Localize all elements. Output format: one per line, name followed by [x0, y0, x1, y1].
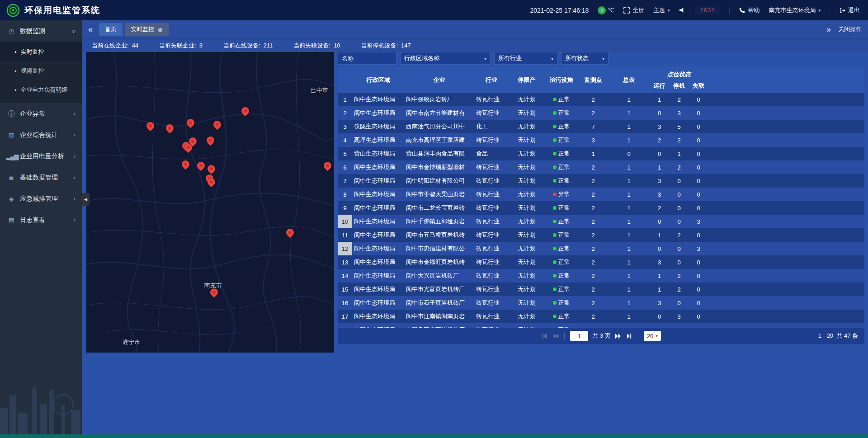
- fullscreen-button[interactable]: 全屏: [623, 6, 644, 14]
- notice-count-badge[interactable]: 2632: [695, 6, 721, 14]
- sidebar-item-data-monitoring[interactable]: ◷数据监测∨: [0, 20, 82, 42]
- stat-item: 当前在线设备:211: [223, 42, 273, 50]
- cell-limit: 无计划: [509, 269, 545, 283]
- table-row[interactable]: 5营山生态环境局营山县润丰肉食品有限食品无计划正常10010: [338, 147, 864, 160]
- cell-running: 3: [649, 255, 670, 269]
- table-row[interactable]: 8阆中生态环境局阆中市枣碧大梁山页岩砖瓦行业无计划异常21300: [338, 188, 864, 201]
- cell-running: 0: [649, 242, 670, 255]
- page-size-select[interactable]: 20 ▾: [644, 331, 661, 341]
- status-dot: [553, 315, 557, 318]
- cell-stopped: 0: [670, 255, 689, 269]
- cell-limit: 无计划: [509, 174, 545, 188]
- table-row[interactable]: 6阆中生态环境局阆中市金博瑞新型墙材砖瓦行业无计划正常21120: [338, 160, 864, 174]
- tab-home[interactable]: 首页: [99, 23, 123, 36]
- last-page-button[interactable]: [626, 333, 632, 339]
- cell-facility: 正常: [545, 93, 578, 106]
- status-filter-select[interactable]: 所有状态 ▾: [561, 52, 609, 65]
- cell-running: 0: [649, 215, 670, 228]
- chevron-down-icon: ▾: [551, 56, 553, 61]
- divider: [729, 7, 730, 14]
- cell-disconnected: 0: [689, 188, 708, 201]
- table-row[interactable]: 4高坪生态环境局南充市高坪区王家店建砖瓦行业无计划正常31220: [338, 133, 864, 147]
- first-page-button[interactable]: [541, 333, 548, 339]
- status-dot: [553, 287, 557, 291]
- next-page-button[interactable]: [615, 333, 622, 339]
- tabs-scroll-right-button[interactable]: »: [826, 25, 831, 33]
- table-row[interactable]: 9阆中生态环境局阆中市二龙长宝页岩砖砖瓦行业无计划正常21200: [338, 201, 864, 215]
- cell-region: 阆中生态环境局: [352, 283, 404, 296]
- cell-running: 1: [649, 160, 670, 174]
- region-filter-select[interactable]: 行政区域名称 ▾: [400, 52, 491, 65]
- row-index: 7: [338, 174, 352, 188]
- prev-page-button[interactable]: [552, 333, 559, 339]
- cell-total-meters: 1: [609, 93, 649, 106]
- table-row[interactable]: 16阆中生态环境局阆中市石子页岩机砖厂砖瓦行业无计划正常21300: [338, 296, 864, 310]
- row-index: 2: [338, 106, 352, 120]
- help-button[interactable]: 帮助: [739, 6, 760, 14]
- cell-facility: 正常: [545, 106, 578, 120]
- tab-close-icon[interactable]: ⊗: [158, 26, 163, 33]
- table-row[interactable]: 11阆中生态环境局阆中市五马桥页岩机砖砖瓦行业无计划正常21120: [338, 228, 864, 242]
- row-index: 17: [338, 310, 352, 323]
- table-row[interactable]: 13阆中生态环境局阆中市金福旺页岩机砖砖瓦行业无计划正常21300: [338, 255, 864, 269]
- org-dropdown[interactable]: 南充市生态环境局 ▾: [769, 6, 821, 14]
- table-row[interactable]: 1阆中生态环境局阆中强锐页岩砖厂砖瓦行业无计划正常21120: [338, 93, 864, 106]
- sidebar-item-log-view[interactable]: ▤日志查看‹: [0, 209, 82, 231]
- cell-region: 阆中生态环境局: [352, 296, 404, 310]
- cell-total-meters: 1: [609, 106, 649, 120]
- app-title: 环保用电监管系统: [24, 5, 100, 16]
- tab-realtime-monitor[interactable]: 实时监控⊗: [125, 23, 169, 36]
- sidebar-item-enterprise-abnormal[interactable]: ⓘ企业异常‹: [0, 103, 82, 124]
- table-row[interactable]: 14阆中生态环境局阆中大兴页岩机砖厂砖瓦行业无计划正常21120: [338, 269, 864, 283]
- sidebar-item-emergency-reduction[interactable]: ◈应急减排管理‹: [0, 188, 82, 209]
- theme-dropdown[interactable]: 主题 ▾: [653, 6, 670, 14]
- sidebar-item-base-data-management[interactable]: ≣基础数据管理‹: [0, 167, 82, 188]
- map[interactable]: 巴中市南充市遂宁市: [86, 52, 334, 353]
- table-row[interactable]: 3仪陇生态环境局西南油气田分公司川中化工无计划正常71350: [338, 120, 864, 133]
- industry-filter-select[interactable]: 所有行业 ▾: [494, 52, 557, 65]
- fullscreen-icon: [623, 7, 630, 14]
- col-points: 监测点: [578, 67, 609, 93]
- table-row[interactable]: 18南部生态环境局南部县双佛页岩机砖厂砖瓦行业无计划正常21030: [338, 323, 864, 328]
- announcement-icon[interactable]: [679, 7, 686, 13]
- cell-limit: 无计划: [509, 215, 545, 228]
- sidebar-subitem-video-monitor[interactable]: •视频监控: [0, 61, 82, 80]
- gauge-icon: ◷: [6, 28, 15, 35]
- close-operations-button[interactable]: 关闭操作: [838, 25, 862, 33]
- sidebar-subitem-realtime-monitor[interactable]: •实时监控: [0, 42, 82, 61]
- sidebar-collapse-button[interactable]: ◀: [82, 193, 90, 206]
- row-index: 15: [338, 283, 352, 296]
- logout-button[interactable]: 退出: [839, 6, 860, 14]
- cell-stopped: 0: [670, 215, 689, 228]
- row-index: 14: [338, 269, 352, 283]
- page-number-input[interactable]: [570, 331, 588, 341]
- cell-region: 阆中生态环境局: [352, 228, 404, 242]
- cell-company: 营山县润丰肉食品有限: [404, 147, 474, 160]
- sidebar-subitem-power-load-detail[interactable]: •企业电力负荷明细: [0, 80, 82, 99]
- table-row[interactable]: 10阆中生态环境局阆中千佛镇五郎垭页岩砖瓦行业无计划正常21003: [338, 215, 864, 228]
- table-row[interactable]: 7阆中生态环境局阆中明阳建材有限公司砖瓦行业无计划正常21300: [338, 174, 864, 188]
- table-header: 行政区域 企业 行业 停限产 治污设施 监测点 总表 点位状态 运行 停机 失联: [338, 67, 864, 93]
- chevron-left-icon: ‹: [74, 174, 75, 181]
- sidebar-item-power-usage-analysis[interactable]: ▂▄▆企业用电量分析‹: [0, 146, 82, 167]
- col-group-point-status: 点位状态: [649, 67, 708, 79]
- temperature-badge: 0 ℃: [598, 6, 614, 14]
- cell-limit: 无计划: [509, 310, 545, 323]
- cell-running: 2: [649, 133, 670, 147]
- chevron-down-icon: ▾: [484, 56, 486, 61]
- table-row[interactable]: 15阆中生态环境局阆中市光富页岩机砖厂砖瓦行业无计划正常21120: [338, 283, 864, 296]
- status-dot: [553, 206, 557, 210]
- table-row[interactable]: 2阆中生态环境局阆中市南方节能建材有砖瓦行业无计划正常21030: [338, 106, 864, 120]
- cell-company: 阆中市枣碧大梁山页岩: [404, 188, 474, 201]
- status-dot: [553, 274, 557, 278]
- sidebar-item-enterprise-statistics[interactable]: ▥企业综合统计‹: [0, 124, 82, 146]
- table-row[interactable]: 12阆中生态环境局阆中市忠信建材有限公砖瓦行业无计划正常21003: [338, 242, 864, 255]
- cell-region: 阆中生态环境局: [352, 188, 404, 201]
- tabs-scroll-left-button[interactable]: «: [88, 25, 93, 33]
- table-row[interactable]: 17阆中生态环境局阆中市江南镇阆南页岩砖瓦行业无计划正常21030: [338, 310, 864, 323]
- cell-facility: 正常: [545, 201, 578, 215]
- datetime-label: 2021-02-25 17:46:18: [530, 7, 589, 14]
- name-filter-input[interactable]: [338, 52, 396, 65]
- cell-running: 0: [649, 106, 670, 120]
- cell-region: 阆中生态环境局: [352, 174, 404, 188]
